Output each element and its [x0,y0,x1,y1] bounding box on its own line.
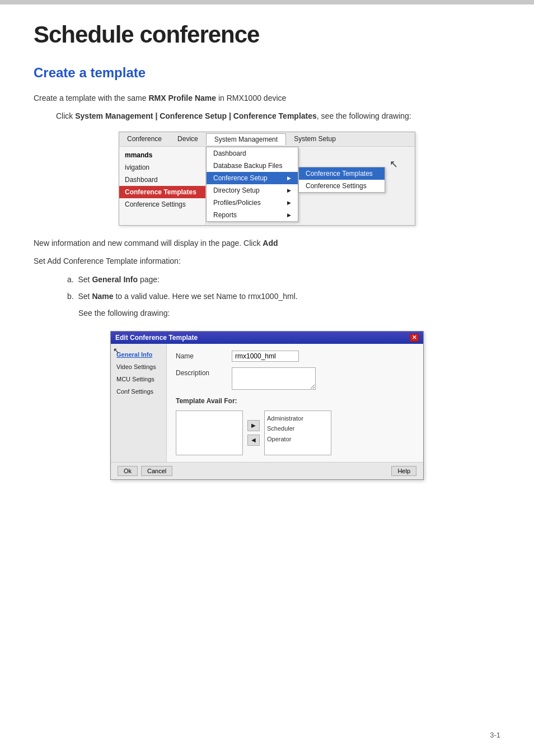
left-panel: mmands ivigation Dashboard Conference Te… [119,147,206,225]
left-panel-navigation: ivigation [119,161,205,174]
dialog-titlebar: Edit Conference Template ✕ [111,332,423,344]
dropdown-reports: Reports ▶ [207,209,298,221]
left-panel-dashboard: Dashboard [119,174,205,186]
avail-buttons: ▶ ◀ [247,410,260,455]
cancel-button[interactable]: Cancel [141,466,172,476]
menu-screenshot: Conference Device System Management Syst… [119,132,415,226]
see-drawing: See the following drawing: [78,307,500,319]
footer-buttons: Ok Cancel [118,466,172,476]
role-operator: Operator [267,434,329,445]
description-form-row: Description [176,367,414,391]
arrow-right-icon: ▶ [287,175,291,181]
description-label: Description [176,367,232,377]
avail-left-list [176,410,243,455]
click-instruction: Click System Management | Conference Set… [56,110,500,122]
description-textarea[interactable] [232,367,316,390]
role-administrator: Administrator [267,413,329,424]
name-input[interactable] [232,351,299,362]
name-label: Name [176,351,232,360]
dialog-footer: Ok Cancel Help [111,462,423,479]
avail-right-button[interactable]: ▶ [247,420,260,431]
section-title: Create a template [34,65,500,81]
dropdown-dashboard: Dashboard [207,147,298,160]
dropdown-area: Dashboard Database Backup Files Conferen… [206,147,415,225]
set-add-paragraph: Set Add Conference Template information: [34,255,500,267]
menu-bar-conference: Conference [119,133,170,145]
left-panel-conference-templates: Conference Templates [119,186,205,198]
sidebar-video-settings[interactable]: Video Settings [111,361,166,373]
dialog-main: Name Description Template Avail For: [167,344,423,462]
menu-body: mmands ivigation Dashboard Conference Te… [119,147,415,225]
page-content: Schedule conference Create a template Cr… [0,4,534,525]
arrow-right-icon: ▶ [287,188,291,193]
role-scheduler: Scheduler [267,423,329,434]
arrow-right-icon: ▶ [287,212,291,218]
dialog-title: Edit Conference Template [115,334,198,342]
menu-bar-system-management: System Management [206,133,286,145]
menu-bar: Conference Device System Management Syst… [119,132,415,147]
new-info-paragraph: New information and new command will dis… [34,237,500,249]
dropdown-conference-setup: Conference Setup ▶ [207,172,298,184]
submenu-conference-templates: Conference Templates [299,167,385,180]
dropdown-profiles-policies: Profiles/Policies ▶ [207,197,298,209]
menu-bar-system-setup: System Setup [286,133,344,145]
dialog-body: General Info Video Settings MCU Settings… [111,344,423,462]
page-number: 3-1 [490,731,500,739]
dialog-screenshot: Edit Conference Template ✕ ↖ General Inf… [110,331,424,480]
intro-paragraph: Create a template with the same RMX Prof… [34,92,500,104]
name-form-row: Name [176,351,414,362]
description-field [232,367,414,391]
submenu-conference-settings: Conference Settings [299,180,385,192]
dropdown-directory-setup: Directory Setup ▶ [207,184,298,197]
sidebar-conf-settings[interactable]: Conf Settings [111,385,166,398]
dropdown-database-backup: Database Backup Files [207,160,298,172]
arrow-right-icon: ▶ [287,200,291,206]
template-avail-label: Template Avail For: [176,397,414,405]
list-item-a: a. Set General Info page: [67,273,500,286]
template-avail-area: ▶ ◀ Administrator Scheduler Operator [176,410,414,455]
sidebar-mcu-settings[interactable]: MCU Settings [111,373,166,385]
top-bar [0,0,534,4]
submenu: Conference Templates Conference Settings [298,167,385,193]
template-avail-section: Template Avail For: ▶ ◀ Administrator Sc… [176,397,414,455]
dialog-close-button[interactable]: ✕ [410,334,419,342]
list-item-b: b. Set Name to a valid value. Here we se… [67,290,500,320]
help-button[interactable]: Help [391,466,416,476]
dialog-sidebar: General Info Video Settings MCU Settings… [111,344,167,462]
cursor-pointer-icon: ↖ [390,158,398,170]
main-dropdown: Dashboard Database Backup Files Conferen… [206,147,298,222]
avail-roles-list: Administrator Scheduler Operator [264,410,331,455]
left-panel-commands: mmands [119,149,205,161]
name-field [232,351,414,362]
ok-button[interactable]: Ok [118,466,138,476]
left-panel-conference-settings: Conference Settings [119,198,205,211]
avail-left-button[interactable]: ◀ [247,435,260,446]
menu-bar-device: Device [170,133,206,145]
cursor-icon: ↖ [113,346,120,355]
page-title: Schedule conference [34,21,500,48]
